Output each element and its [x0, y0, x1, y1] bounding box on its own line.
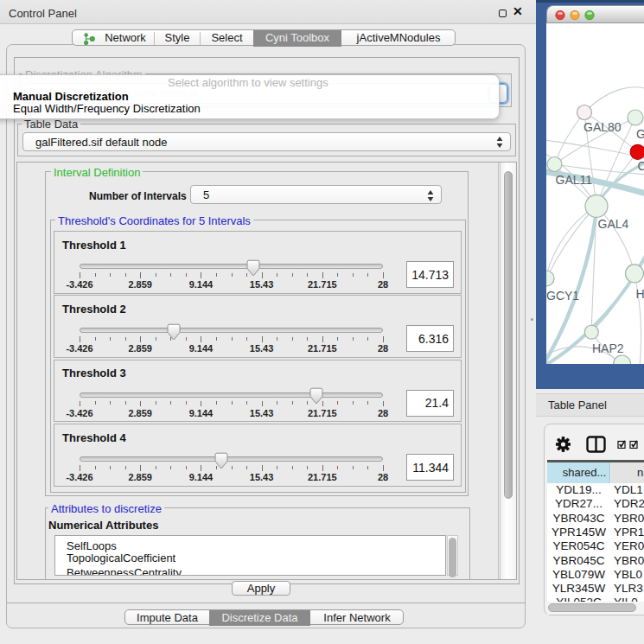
svg-text:GCY1: GCY1 [546, 289, 579, 303]
svg-text:C: C [638, 159, 644, 173]
svg-text:GAL11: GAL11 [556, 173, 593, 187]
svg-text:GA: GA [636, 127, 644, 141]
svg-text:H: H [636, 287, 644, 301]
svg-text:GAL4: GAL4 [598, 217, 629, 231]
svg-text:HAP2: HAP2 [592, 341, 624, 355]
svg-text:GAL80: GAL80 [583, 120, 622, 134]
